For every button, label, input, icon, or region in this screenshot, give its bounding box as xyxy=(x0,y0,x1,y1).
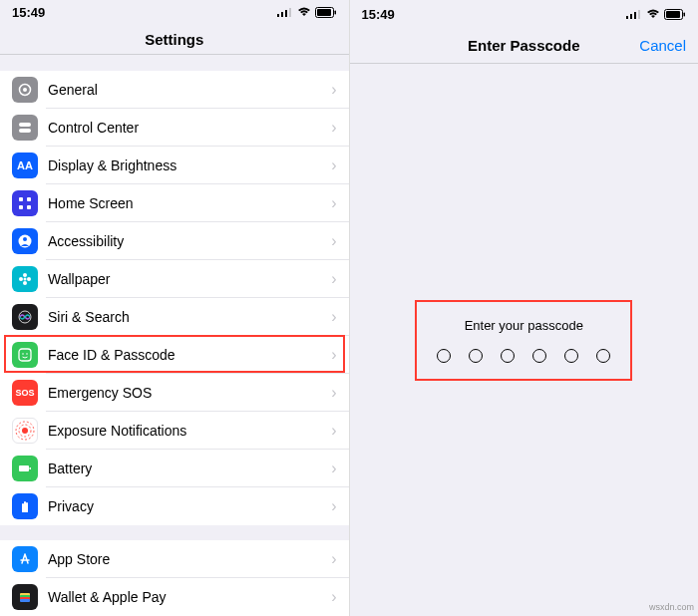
settings-row-privacy[interactable]: Privacy› xyxy=(0,487,349,525)
svg-rect-29 xyxy=(19,465,29,471)
svg-rect-10 xyxy=(19,129,31,133)
settings-row-wallet-apple-pay[interactable]: Wallet & Apple Pay› xyxy=(0,578,349,616)
svg-rect-23 xyxy=(19,349,31,361)
passcode-screen: 15:49 Enter Passcode Cancel Enter your p… xyxy=(350,0,699,616)
svg-point-18 xyxy=(19,277,23,281)
status-time: 15:49 xyxy=(362,7,395,22)
passcode-dot xyxy=(501,349,515,363)
group-gap xyxy=(0,525,349,540)
group-gap xyxy=(0,55,349,70)
passcode-area: Enter your passcode xyxy=(350,64,699,616)
row-label: Control Center xyxy=(48,120,331,136)
svg-rect-37 xyxy=(634,12,636,19)
passcode-prompt: Enter your passcode xyxy=(437,318,610,333)
passcode-dot xyxy=(437,349,451,363)
settings-row-battery[interactable]: Battery› xyxy=(0,450,349,487)
wifi-icon xyxy=(297,7,311,17)
row-label: Privacy xyxy=(48,498,331,514)
passcode-dot xyxy=(532,349,546,363)
chevron-right-icon: › xyxy=(331,156,336,174)
svg-point-24 xyxy=(22,353,24,355)
row-label: General xyxy=(48,82,331,98)
settings-screen: 15:49 Settings General›Control Center›AA… xyxy=(0,0,350,616)
chevron-right-icon: › xyxy=(331,81,336,99)
passcode-dot xyxy=(596,349,610,363)
flower-icon xyxy=(12,266,38,292)
svg-rect-14 xyxy=(27,205,31,209)
settings-row-home-screen[interactable]: Home Screen› xyxy=(0,184,349,222)
settings-list-group2: App Store›Wallet & Apple Pay› xyxy=(0,540,349,616)
settings-row-emergency-sos[interactable]: SOSEmergency SOS› xyxy=(0,374,349,412)
svg-point-25 xyxy=(26,353,28,355)
svg-rect-40 xyxy=(666,11,680,18)
svg-point-26 xyxy=(22,428,28,434)
settings-row-face-id-passcode[interactable]: Face ID & Passcode› xyxy=(0,336,349,374)
passcode-dot xyxy=(469,349,483,363)
status-icons xyxy=(277,7,337,18)
gear-icon xyxy=(12,77,38,103)
svg-rect-12 xyxy=(27,197,31,201)
battery-icon xyxy=(315,7,337,18)
svg-point-19 xyxy=(27,277,31,281)
chevron-right-icon: › xyxy=(331,497,336,515)
row-label: Wallet & Apple Pay xyxy=(48,589,331,605)
svg-rect-2 xyxy=(285,10,287,17)
settings-row-display-brightness[interactable]: AADisplay & Brightness› xyxy=(0,147,349,184)
cancel-button[interactable]: Cancel xyxy=(639,37,686,54)
siri-icon xyxy=(12,304,38,330)
SOS-icon: SOS xyxy=(12,380,38,406)
page-title: Enter Passcode xyxy=(468,37,580,54)
nav-bar-settings: Settings xyxy=(0,24,349,55)
svg-rect-0 xyxy=(277,14,279,17)
svg-point-8 xyxy=(23,88,27,92)
chevron-right-icon: › xyxy=(331,270,336,288)
svg-point-20 xyxy=(23,281,27,285)
wallet-icon xyxy=(12,584,38,610)
settings-row-wallpaper[interactable]: Wallpaper› xyxy=(0,260,349,298)
appstore-icon xyxy=(12,546,38,572)
settings-row-siri-search[interactable]: Siri & Search› xyxy=(0,298,349,336)
chevron-right-icon: › xyxy=(331,460,336,477)
row-label: Accessibility xyxy=(48,233,331,249)
signal-icon xyxy=(626,9,642,19)
svg-rect-35 xyxy=(626,16,628,19)
chevron-right-icon: › xyxy=(331,588,336,606)
signal-icon xyxy=(277,7,293,17)
settings-row-accessibility[interactable]: Accessibility› xyxy=(0,222,349,260)
battery-icon xyxy=(664,9,686,20)
svg-rect-38 xyxy=(638,10,640,19)
settings-row-exposure-notifications[interactable]: Exposure Notifications› xyxy=(0,412,349,450)
switches-icon xyxy=(12,115,38,141)
svg-rect-1 xyxy=(281,12,283,17)
chevron-right-icon: › xyxy=(331,308,336,326)
person-icon xyxy=(12,228,38,254)
settings-list-group1: General›Control Center›AADisplay & Brigh… xyxy=(0,71,349,525)
row-label: Battery xyxy=(48,461,331,476)
status-bar: 15:49 xyxy=(350,0,699,28)
svg-rect-5 xyxy=(317,9,331,16)
face-icon xyxy=(12,342,38,368)
settings-row-general[interactable]: General› xyxy=(0,71,349,109)
page-title: Settings xyxy=(145,31,203,48)
passcode-dots[interactable] xyxy=(437,349,610,363)
grid-icon xyxy=(12,190,38,216)
svg-point-16 xyxy=(23,237,27,241)
svg-rect-3 xyxy=(289,8,291,17)
status-bar: 15:49 xyxy=(0,0,349,24)
status-time: 15:49 xyxy=(12,5,45,20)
row-label: Display & Brightness xyxy=(48,157,331,173)
svg-rect-36 xyxy=(630,14,632,19)
exposure-icon xyxy=(12,418,38,444)
row-label: Exposure Notifications xyxy=(48,423,331,439)
settings-row-control-center[interactable]: Control Center› xyxy=(0,109,349,147)
row-label: Home Screen xyxy=(48,195,331,211)
chevron-right-icon: › xyxy=(331,384,336,402)
wifi-icon xyxy=(646,9,660,19)
chevron-right-icon: › xyxy=(331,550,336,568)
settings-row-app-store[interactable]: App Store› xyxy=(0,540,349,578)
hand-icon xyxy=(12,493,38,519)
svg-rect-11 xyxy=(19,197,23,201)
watermark: wsxdn.com xyxy=(649,602,694,612)
chevron-right-icon: › xyxy=(331,346,336,364)
svg-rect-9 xyxy=(19,123,31,127)
